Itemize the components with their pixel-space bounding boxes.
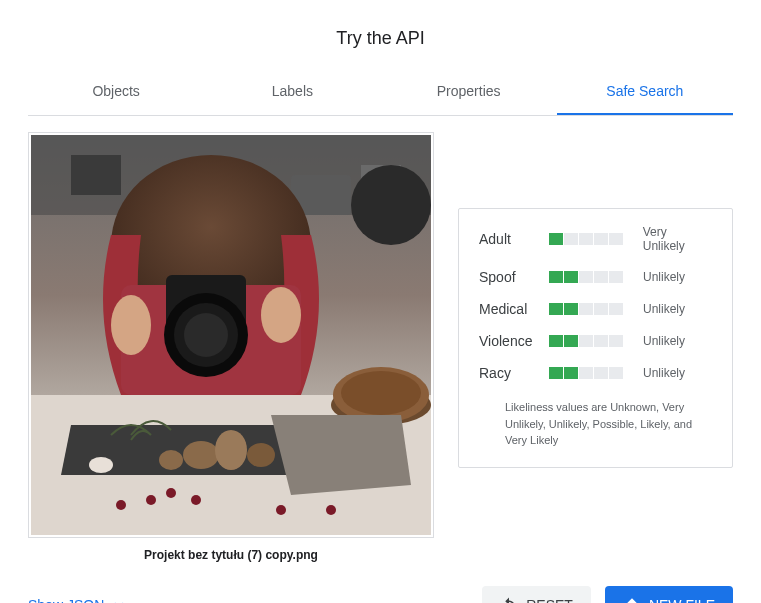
result-label: Spoof — [479, 269, 549, 285]
hint-text: Likeliness values are Unknown, Very Unli… — [479, 399, 712, 449]
bar-segment — [579, 367, 593, 379]
bar-segment — [609, 271, 623, 283]
result-label: Medical — [479, 301, 549, 317]
bar-segment — [579, 335, 593, 347]
result-value: Very Unlikely — [643, 225, 712, 253]
svg-point-20 — [183, 441, 219, 469]
result-value: Unlikely — [643, 366, 685, 380]
bar-segment — [564, 335, 578, 347]
bar-segment — [609, 233, 623, 245]
bar-segment — [594, 271, 608, 283]
bar-segment — [609, 367, 623, 379]
bar-segment — [549, 271, 563, 283]
uploaded-image — [31, 135, 431, 535]
likelihood-bar — [549, 335, 629, 347]
new-file-label: NEW FILE — [649, 597, 715, 603]
svg-point-28 — [276, 505, 286, 515]
bar-segment — [594, 303, 608, 315]
image-column: Projekt bez tytułu (7) copy.png — [28, 132, 434, 562]
result-label: Adult — [479, 231, 549, 247]
result-value: Unlikely — [643, 270, 685, 284]
tab-labels[interactable]: Labels — [204, 69, 380, 115]
action-buttons: RESET NEW FILE — [482, 586, 733, 603]
bar-segment — [564, 303, 578, 315]
bar-segment — [579, 233, 593, 245]
bar-segment — [609, 335, 623, 347]
bar-segment — [594, 367, 608, 379]
bar-segment — [549, 233, 563, 245]
chevron-down-icon — [110, 596, 128, 603]
svg-point-5 — [351, 165, 431, 245]
bar-segment — [549, 367, 563, 379]
result-value: Unlikely — [643, 334, 685, 348]
filename-label: Projekt bez tytułu (7) copy.png — [28, 548, 434, 562]
svg-point-22 — [247, 443, 275, 467]
tab-safe-search[interactable]: Safe Search — [557, 69, 733, 115]
reset-label: RESET — [526, 597, 573, 603]
result-row: SpoofUnlikely — [479, 269, 712, 285]
results-panel: AdultVery UnlikelySpoofUnlikelyMedicalUn… — [458, 208, 733, 468]
bar-segment — [549, 303, 563, 315]
bar-segment — [594, 233, 608, 245]
result-label: Violence — [479, 333, 549, 349]
svg-rect-2 — [71, 155, 121, 195]
bar-segment — [564, 233, 578, 245]
result-value: Unlikely — [643, 302, 685, 316]
show-json-link[interactable]: Show JSON — [28, 596, 128, 603]
likelihood-bar — [549, 303, 629, 315]
result-row: MedicalUnlikely — [479, 301, 712, 317]
likelihood-bar — [549, 233, 629, 245]
svg-point-26 — [166, 488, 176, 498]
result-row: AdultVery Unlikely — [479, 225, 712, 253]
svg-point-10 — [261, 287, 301, 343]
result-row: RacyUnlikely — [479, 365, 712, 381]
show-json-label: Show JSON — [28, 597, 104, 603]
bar-segment — [579, 303, 593, 315]
svg-point-30 — [116, 500, 126, 510]
bar-segment — [564, 271, 578, 283]
reset-button[interactable]: RESET — [482, 586, 591, 603]
likelihood-bar — [549, 271, 629, 283]
bar-segment — [594, 335, 608, 347]
svg-point-25 — [146, 495, 156, 505]
svg-point-23 — [159, 450, 183, 470]
svg-point-17 — [341, 371, 421, 415]
tab-properties[interactable]: Properties — [381, 69, 557, 115]
image-preview — [28, 132, 434, 538]
bar-segment — [564, 367, 578, 379]
reset-icon — [500, 596, 518, 603]
bar-segment — [549, 335, 563, 347]
svg-marker-19 — [271, 415, 411, 495]
result-label: Racy — [479, 365, 549, 381]
page-title: Try the API — [28, 28, 733, 49]
svg-point-21 — [215, 430, 247, 470]
tabs-bar: Objects Labels Properties Safe Search — [28, 69, 733, 116]
bar-segment — [609, 303, 623, 315]
svg-point-24 — [89, 457, 113, 473]
svg-point-14 — [184, 313, 228, 357]
upload-icon — [623, 596, 641, 603]
bar-segment — [579, 271, 593, 283]
new-file-button[interactable]: NEW FILE — [605, 586, 733, 603]
tab-objects[interactable]: Objects — [28, 69, 204, 115]
result-row: ViolenceUnlikely — [479, 333, 712, 349]
svg-point-9 — [111, 295, 151, 355]
likelihood-bar — [549, 367, 629, 379]
svg-point-27 — [191, 495, 201, 505]
svg-point-29 — [326, 505, 336, 515]
